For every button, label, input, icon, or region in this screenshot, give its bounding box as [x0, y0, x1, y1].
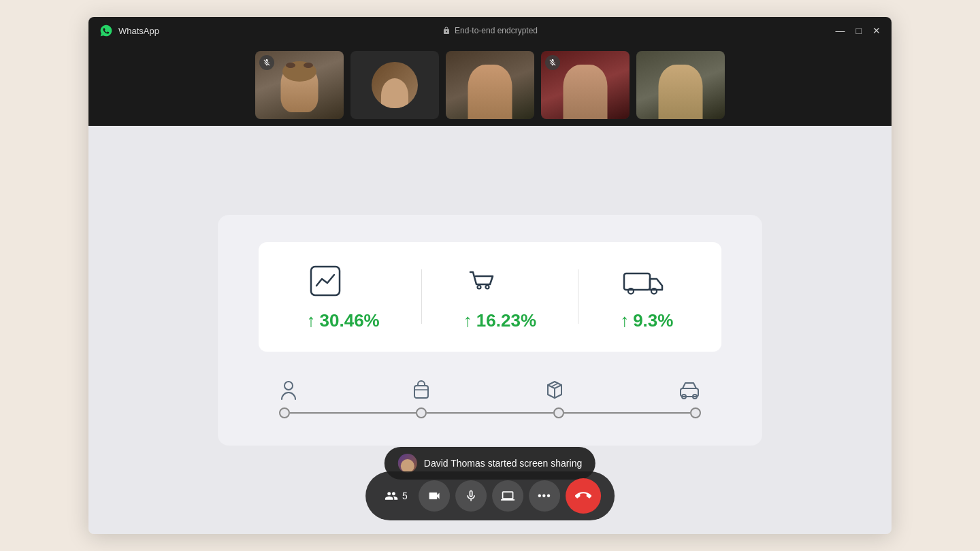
encryption-indicator: End-to-end endcrypted	[442, 26, 538, 35]
timeline-car-icon	[678, 379, 701, 401]
screen-share-icon	[501, 489, 514, 503]
timeline-box-icon	[545, 379, 564, 401]
participants-count-button[interactable]: 5	[379, 489, 413, 503]
encryption-label: End-to-end endcrypted	[455, 26, 538, 35]
metric-arrow-cart: ↑	[463, 310, 472, 331]
timeline-line-2	[427, 412, 553, 414]
toast-avatar	[398, 454, 417, 473]
metric-value-truck: ↑ 9.3%	[620, 310, 673, 331]
timeline-person-icon	[279, 379, 298, 401]
close-button[interactable]: ✕	[872, 25, 881, 36]
metric-item-cart: ↑ 16.23%	[463, 263, 536, 331]
mute-badge	[259, 55, 274, 70]
metrics-card: ↑ 30.46% ↑	[259, 242, 721, 352]
mute-icon	[263, 59, 271, 67]
participants-bar	[88, 44, 892, 126]
mute-badge	[545, 55, 560, 70]
svg-rect-7	[414, 386, 428, 398]
window-controls: — □ ✕	[836, 25, 881, 36]
timeline-line-1	[290, 412, 416, 414]
timeline	[259, 379, 721, 418]
timeline-bag-icon	[412, 379, 431, 401]
video-button[interactable]	[419, 480, 450, 512]
participant-tile[interactable]	[541, 51, 630, 119]
timeline-icons	[272, 379, 708, 401]
metric-number-cart: 16.23%	[476, 310, 536, 331]
metric-number-chart: 30.46%	[320, 310, 380, 331]
maximize-button[interactable]: □	[856, 25, 862, 36]
screen-share-content: ↑ 30.46% ↑	[218, 215, 762, 446]
metric-arrow-chart: ↑	[307, 310, 316, 331]
timeline-line-3	[564, 412, 690, 414]
participant-tile[interactable]	[636, 51, 725, 119]
chart-icon	[307, 263, 344, 299]
main-content: ↑ 30.46% ↑	[88, 126, 892, 534]
timeline-dot-4	[690, 407, 701, 418]
metric-item-truck: ↑ 9.3%	[620, 263, 673, 331]
app-logo: WhatsApp	[99, 24, 159, 37]
call-controls: 5 •••	[365, 471, 615, 520]
more-icon: •••	[538, 490, 551, 502]
app-title: WhatsApp	[118, 26, 159, 36]
mic-icon	[464, 489, 478, 503]
participants-icon	[385, 489, 398, 503]
mute-icon	[549, 59, 557, 67]
metric-divider-2	[578, 269, 578, 324]
whatsapp-logo-icon	[99, 24, 113, 37]
more-button[interactable]: •••	[529, 480, 560, 512]
app-window: WhatsApp End-to-end endcrypted — □ ✕	[88, 17, 892, 534]
timeline-dot-2	[416, 407, 427, 418]
metric-number-truck: 9.3%	[633, 310, 673, 331]
lock-icon	[442, 27, 451, 35]
end-call-button[interactable]	[566, 478, 601, 514]
participant-tile-david[interactable]	[350, 51, 439, 119]
participant-tile[interactable]	[255, 51, 344, 119]
end-call-icon	[575, 488, 591, 504]
truck-icon	[620, 263, 666, 299]
mic-button[interactable]	[455, 480, 487, 512]
timeline-track	[272, 407, 708, 418]
metric-arrow-truck: ↑	[620, 310, 629, 331]
title-bar: WhatsApp End-to-end endcrypted — □ ✕	[88, 17, 892, 44]
video-icon	[427, 489, 441, 503]
participants-count: 5	[402, 490, 408, 501]
svg-point-1	[477, 285, 480, 288]
svg-rect-3	[624, 273, 650, 290]
minimize-button[interactable]: —	[836, 25, 845, 36]
cart-icon	[463, 263, 500, 299]
metric-divider	[421, 269, 422, 324]
timeline-dot-1	[279, 407, 290, 418]
metric-value-cart: ↑ 16.23%	[463, 310, 536, 331]
timeline-dot-3	[553, 407, 564, 418]
svg-point-6	[284, 382, 293, 390]
svg-point-2	[485, 285, 489, 288]
metric-value-chart: ↑ 30.46%	[307, 310, 380, 331]
participant-tile[interactable]	[446, 51, 534, 119]
toast-message: David Thomas started screen sharing	[424, 458, 582, 469]
metric-item-chart: ↑ 30.46%	[307, 263, 380, 331]
screen-share-button[interactable]	[492, 480, 523, 512]
